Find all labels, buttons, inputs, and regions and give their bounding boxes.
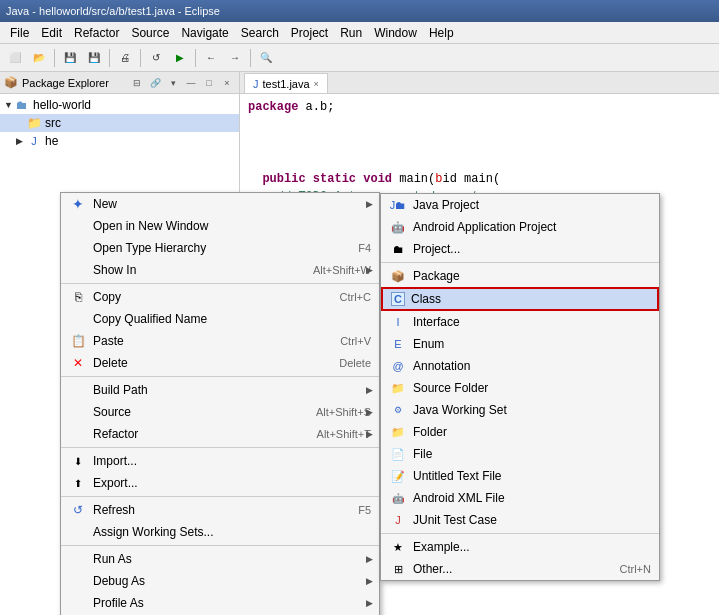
ctx-debug-as-label: Debug As — [93, 574, 371, 588]
ctx-sep-5 — [61, 545, 379, 546]
sub-java-project[interactable]: J🖿 Java Project — [381, 194, 659, 216]
toolbar-refresh[interactable]: ↺ — [145, 47, 167, 69]
menu-help[interactable]: Help — [423, 24, 460, 42]
toolbar: ⬜ 📂 💾 💾 🖨 ↺ ▶ ← → 🔍 — [0, 44, 719, 72]
menu-project[interactable]: Project — [285, 24, 334, 42]
sub-java-working-set[interactable]: ⚙ Java Working Set — [381, 399, 659, 421]
menu-window[interactable]: Window — [368, 24, 423, 42]
sub-other-shortcut: Ctrl+N — [620, 563, 651, 575]
sub-source-folder[interactable]: 📁 Source Folder — [381, 377, 659, 399]
toolbar-sep-2 — [109, 49, 110, 67]
sub-annotation[interactable]: @ Annotation — [381, 355, 659, 377]
ctx-new[interactable]: ✦ New — [61, 193, 379, 215]
close-panel-btn[interactable]: × — [219, 75, 235, 91]
he-icon: J — [26, 133, 42, 149]
ctx-open-type-shortcut: F4 — [358, 242, 371, 254]
assign-ws-icon — [69, 524, 87, 540]
sub-file[interactable]: 📄 File — [381, 443, 659, 465]
ctx-source[interactable]: Source Alt+Shift+S — [61, 401, 379, 423]
collapse-all-btn[interactable]: ⊟ — [129, 75, 145, 91]
editor-tab-icon: J — [253, 78, 259, 90]
sub-example[interactable]: ★ Example... — [381, 536, 659, 558]
tree-item-he[interactable]: ▶ J he — [0, 132, 239, 150]
toolbar-new[interactable]: ⬜ — [4, 47, 26, 69]
toolbar-back[interactable]: ← — [200, 47, 222, 69]
tree-item-helloworld[interactable]: ▼ 🖿 hello-world — [0, 96, 239, 114]
he-arrow: ▶ — [16, 136, 26, 146]
toolbar-save[interactable]: 💾 — [59, 47, 81, 69]
toolbar-sep-4 — [195, 49, 196, 67]
sub-file-label: File — [413, 447, 651, 461]
toolbar-save-all[interactable]: 💾 — [83, 47, 105, 69]
ctx-sep-4 — [61, 496, 379, 497]
sub-folder[interactable]: 📁 Folder — [381, 421, 659, 443]
toolbar-search[interactable]: 🔍 — [255, 47, 277, 69]
ctx-profile-as[interactable]: Profile As — [61, 592, 379, 614]
context-menu: ✦ New Open in New Window Open Type Hiera… — [60, 192, 380, 615]
ctx-assign-working-sets[interactable]: Assign Working Sets... — [61, 521, 379, 543]
ctx-refresh[interactable]: ↺ Refresh F5 — [61, 499, 379, 521]
ctx-run-as[interactable]: Run As — [61, 548, 379, 570]
toolbar-print[interactable]: 🖨 — [114, 47, 136, 69]
panel-title: 📦 Package Explorer — [4, 76, 109, 89]
ctx-refactor[interactable]: Refactor Alt+Shift+T — [61, 423, 379, 445]
menu-source[interactable]: Source — [125, 24, 175, 42]
sub-untitled-text[interactable]: 📝 Untitled Text File — [381, 465, 659, 487]
sub-class-label: Class — [411, 292, 649, 306]
ctx-profile-as-label: Profile As — [93, 596, 371, 610]
ctx-open-window[interactable]: Open in New Window — [61, 215, 379, 237]
sub-enum[interactable]: E Enum — [381, 333, 659, 355]
ctx-debug-as[interactable]: Debug As — [61, 570, 379, 592]
menu-navigate[interactable]: Navigate — [175, 24, 234, 42]
ctx-open-type-label: Open Type Hierarchy — [93, 241, 350, 255]
sub-interface[interactable]: I Interface — [381, 311, 659, 333]
show-in-icon — [69, 262, 87, 278]
ctx-show-in[interactable]: Show In Alt+Shift+W — [61, 259, 379, 281]
menu-bar: File Edit Refactor Source Navigate Searc… — [0, 22, 719, 44]
sub-example-label: Example... — [413, 540, 651, 554]
ctx-delete-label: Delete — [93, 356, 331, 370]
menu-refactor[interactable]: Refactor — [68, 24, 125, 42]
code-line-5: public static void main(bid main( — [248, 170, 711, 188]
ctx-build-path[interactable]: Build Path — [61, 379, 379, 401]
ctx-delete[interactable]: ✕ Delete Delete — [61, 352, 379, 374]
ctx-copy[interactable]: ⎘ Copy Ctrl+C — [61, 286, 379, 308]
ctx-paste[interactable]: 📋 Paste Ctrl+V — [61, 330, 379, 352]
menu-edit[interactable]: Edit — [35, 24, 68, 42]
minimize-panel-btn[interactable]: — — [183, 75, 199, 91]
maximize-panel-btn[interactable]: □ — [201, 75, 217, 91]
sub-class[interactable]: C Class — [381, 287, 659, 311]
tree-item-src[interactable]: ▶ 📁 src — [0, 114, 239, 132]
open-window-icon — [69, 218, 87, 234]
panel-header-icons: ⊟ 🔗 ▾ — □ × — [129, 75, 235, 91]
sub-package[interactable]: 📦 Package — [381, 265, 659, 287]
panel-menu-btn[interactable]: ▾ — [165, 75, 181, 91]
toolbar-run[interactable]: ▶ — [169, 47, 191, 69]
sub-project[interactable]: 🖿 Project... — [381, 238, 659, 260]
sub-android-project[interactable]: 🤖 Android Application Project — [381, 216, 659, 238]
package-explorer: 📦 Package Explorer ⊟ 🔗 ▾ — □ × ▼ 🖿 hello… — [0, 72, 240, 615]
ctx-copy-shortcut: Ctrl+C — [340, 291, 371, 303]
ctx-import[interactable]: ⬇ Import... — [61, 450, 379, 472]
editor-tab-close[interactable]: × — [314, 79, 319, 89]
sub-other[interactable]: ⊞ Other... Ctrl+N — [381, 558, 659, 580]
menu-run[interactable]: Run — [334, 24, 368, 42]
editor-tab-test1[interactable]: J test1.java × — [244, 73, 328, 93]
toolbar-open[interactable]: 📂 — [28, 47, 50, 69]
ctx-export[interactable]: ⬆ Export... — [61, 472, 379, 494]
src-label: src — [45, 116, 61, 130]
interface-icon: I — [389, 314, 407, 330]
java-project-icon: J🖿 — [389, 197, 407, 213]
sub-junit[interactable]: J JUnit Test Case — [381, 509, 659, 531]
sub-junit-label: JUnit Test Case — [413, 513, 651, 527]
menu-file[interactable]: File — [4, 24, 35, 42]
toolbar-forward[interactable]: → — [224, 47, 246, 69]
link-with-editor-btn[interactable]: 🔗 — [147, 75, 163, 91]
ctx-copy-qualified[interactable]: Copy Qualified Name — [61, 308, 379, 330]
sub-android-xml[interactable]: 🤖 Android XML File — [381, 487, 659, 509]
class-icon: C — [391, 292, 405, 306]
menu-search[interactable]: Search — [235, 24, 285, 42]
ctx-open-type-hierarchy[interactable]: Open Type Hierarchy F4 — [61, 237, 379, 259]
copy-icon: ⎘ — [69, 289, 87, 305]
sub-sep-1 — [381, 262, 659, 263]
